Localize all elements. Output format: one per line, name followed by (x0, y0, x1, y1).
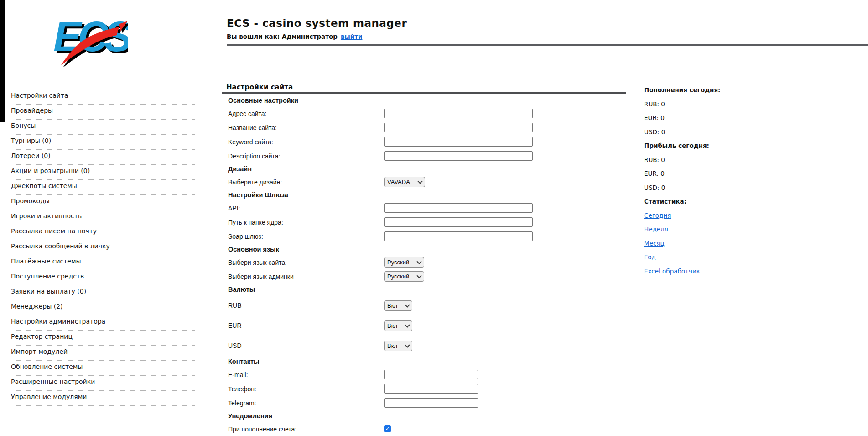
sidebar-item[interactable]: Акции и розыгрыши (0) (11, 165, 195, 180)
section-title: Основные настройки (228, 97, 298, 104)
sidebar-item[interactable]: Редактор страниц (11, 331, 195, 346)
form-row: При пополнение счета:✓ (222, 422, 626, 436)
sidebar-item[interactable]: Рассылка сообщений в личку (11, 240, 195, 255)
form-section-header: Основные настройки (222, 95, 626, 106)
stats-link[interactable]: Excel обработчик (644, 268, 700, 275)
form-section-header: Уведомления (222, 410, 626, 422)
select-dropdown[interactable]: Вкл (384, 341, 412, 351)
select-dropdown[interactable]: Вкл (384, 300, 412, 311)
field-label: Адрес сайта: (228, 110, 384, 117)
chevron-down-icon (405, 302, 410, 307)
form-section-header: Валюты (222, 284, 626, 295)
selected-value: Вкл (387, 302, 397, 309)
form-section-header: Настройки Шлюза (222, 189, 626, 201)
field-label: Soap шлюз: (228, 233, 384, 240)
form-row: E-mail: (222, 368, 626, 382)
sidebar-item[interactable]: Бонусы (11, 120, 195, 135)
stats-link[interactable]: Сегодня (644, 212, 671, 219)
form-row: Soap шлюз: (222, 229, 626, 243)
sidebar-item[interactable]: Рассылка писем на почту (11, 225, 195, 240)
content-heading: Настройки сайта (222, 80, 626, 92)
left-edge-bar (0, 0, 5, 122)
text-input[interactable] (384, 137, 533, 147)
stats-link-row: Месяц (644, 236, 795, 251)
form-row: Выбери язык сайтаРусский (222, 255, 626, 269)
login-status: Вы вошли как: Администраторвыйти (227, 33, 362, 40)
form-section-header: Основной язык (222, 243, 626, 255)
stats-link[interactable]: Неделя (644, 226, 668, 233)
field-label: Telegram: (228, 399, 384, 407)
stats-link-row: Неделя (644, 222, 795, 236)
form-row: Выберите дизайн:VAVADA (222, 175, 626, 189)
form-row: Название сайта: (222, 121, 626, 135)
sidebar-item[interactable]: Провайдеры (11, 105, 195, 120)
right-content-divider (633, 80, 633, 436)
field-label: Выбери язык админки (228, 273, 384, 280)
sidebar-item[interactable]: Настройки администратора (11, 315, 195, 331)
field-label: EUR (228, 322, 384, 329)
text-input[interactable] (384, 123, 533, 132)
stats-value: EUR: 0 (644, 167, 795, 181)
form-row: Telegram: (222, 396, 626, 410)
select-dropdown[interactable]: VAVADA (384, 177, 425, 187)
field-label: USD (228, 342, 384, 349)
notification-checkbox[interactable]: ✓ (384, 425, 391, 432)
selected-value: Русский (387, 259, 409, 266)
stats-panel: Пополнения сегодня:RUB: 0EUR: 0USD: 0При… (644, 83, 795, 278)
field-label: Keyword сайта: (228, 138, 384, 146)
sidebar-item[interactable]: Промокоды (11, 195, 195, 210)
chevron-down-icon (417, 179, 422, 184)
text-input[interactable] (384, 217, 533, 227)
text-input[interactable] (384, 231, 533, 241)
sidebar-item[interactable]: Настройки сайта (11, 89, 195, 105)
form-row: Адрес сайта: (222, 106, 626, 121)
select-dropdown[interactable]: Вкл (384, 320, 412, 331)
stats-link-row: Excel обработчик (644, 264, 795, 278)
sidebar-item[interactable]: Поступление средств (11, 270, 195, 285)
select-dropdown[interactable]: Русский (384, 257, 424, 268)
stats-value: EUR: 0 (644, 111, 795, 125)
sidebar-item[interactable]: Заявки на выплату (0) (11, 285, 195, 300)
selected-value: VAVADA (387, 179, 410, 185)
text-input[interactable] (384, 370, 478, 379)
form-row: API: (222, 201, 626, 215)
stats-link[interactable]: Месяц (644, 240, 665, 247)
form-row: USDВкл (222, 336, 626, 356)
sidebar-item[interactable]: Лотереи (0) (11, 150, 195, 165)
sidebar-item[interactable]: Игроки и активность (11, 210, 195, 225)
stats-link-row: Сегодня (644, 209, 795, 223)
form-row: Description сайта: (222, 149, 626, 163)
field-label: E-mail: (228, 371, 384, 378)
page: ECS ECS ECS - casino system manager Вы в… (0, 0, 868, 436)
text-input[interactable] (384, 398, 478, 408)
text-input[interactable] (384, 203, 533, 213)
text-input[interactable] (384, 109, 533, 118)
ecs-logo: ECS ECS (47, 7, 128, 68)
content-heading-divider (222, 92, 626, 94)
field-label: Телефон: (228, 385, 384, 393)
sidebar-item[interactable]: Обновление системы (11, 361, 195, 376)
sidebar-item[interactable]: Менеджеры (2) (11, 300, 195, 315)
selected-value: Русский (387, 273, 409, 280)
sidebar-item[interactable]: Импорт модулей (11, 346, 195, 361)
text-input[interactable] (384, 384, 478, 394)
stats-block-title: Прибыль сегодня: (644, 139, 795, 153)
sidebar-item[interactable]: Платёжные системы (11, 255, 195, 270)
site-settings-form: Основные настройкиАдрес сайта:Название с… (222, 95, 626, 436)
logout-link[interactable]: выйти (341, 33, 363, 40)
text-input[interactable] (384, 151, 533, 161)
field-label: RUB (228, 302, 384, 309)
sidebar-item[interactable]: Расширенные настройки (11, 376, 195, 391)
form-row: Путь к папке ядра: (222, 215, 626, 229)
field-label: При пополнение счета: (228, 425, 384, 433)
sidebar-item[interactable]: Турниры (0) (11, 135, 195, 150)
stats-link[interactable]: Год (644, 253, 656, 261)
field-label: Выберите дизайн: (228, 179, 384, 186)
select-dropdown[interactable]: Русский (384, 271, 424, 282)
login-text: Вы вошли как: Администратор (227, 33, 338, 40)
section-title: Дизайн (228, 165, 252, 173)
stats-block-title: Пополнения сегодня: (644, 83, 795, 97)
sidebar-item[interactable]: Управление модулями (11, 391, 195, 406)
page-title: ECS - casino system manager (227, 17, 407, 29)
sidebar-item[interactable]: Джекпоты системы (11, 180, 195, 195)
